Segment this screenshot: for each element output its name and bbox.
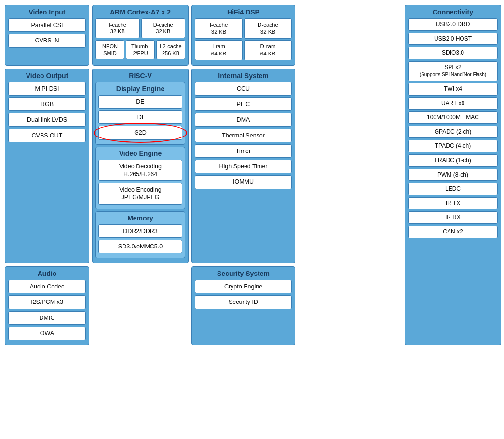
cvbs-out: CVBS OUT	[8, 129, 86, 142]
rgb: RGB	[8, 97, 86, 111]
de: DE	[98, 95, 182, 109]
g2d: G2D	[98, 126, 182, 139]
spi-x2: SPI x2(Supports SPI Nand/Nor Flash)	[408, 61, 498, 81]
thermal-sensor: Thermal Sensor	[195, 129, 292, 142]
video-output-block: Video Output MIPI DSI RGB Dual link LVDS…	[5, 69, 89, 263]
di: DI	[98, 110, 182, 124]
arm-cortex-block: ARM Cortex-A7 x 2 I-cache32 KB D-cache32…	[92, 5, 189, 66]
parallel-csi: Parallel CSI	[8, 18, 86, 32]
connectivity-title: Connectivity	[408, 8, 498, 16]
sd3-emmc5: SD3.0/eMMC5.0	[98, 240, 182, 253]
usb2-drd: USB2.0 DRD	[408, 18, 498, 31]
ddr2-ddr3: DDR2/DDR3	[98, 224, 182, 238]
dma: DMA	[195, 113, 292, 126]
audio-title: Audio	[8, 270, 86, 277]
arm-cortex-title: ARM Cortex-A7 x 2	[95, 8, 185, 16]
owa: OWA	[8, 327, 86, 340]
hifi-dram: D-ram64 KB	[244, 40, 292, 60]
thumb-fpu: Thumb-2/FPU	[126, 40, 155, 60]
neon-smid: NEONSMID	[95, 40, 124, 60]
iommu: IOMMU	[195, 175, 292, 189]
video-engine-title: Video Engine	[98, 150, 182, 157]
audio-block: Audio Audio Codec I2S/PCM x3 DMIC OWA	[5, 266, 89, 345]
display-engine-title: Display Engine	[98, 85, 182, 93]
internal-system-title: Internal System	[195, 72, 292, 80]
risc-v-block: RISC-V Display Engine DE DI G2D Video En…	[92, 69, 189, 263]
mipi-dsi: MIPI DSI	[8, 82, 86, 96]
timer: Timer	[195, 144, 292, 158]
ir-rx: IR RX	[408, 211, 498, 224]
gpadc: GPADC (2-ch)	[408, 126, 498, 138]
crypto-engine: Crypto Engine	[195, 280, 292, 293]
l2-cache: L2-cache256 KB	[156, 40, 185, 60]
internal-system-block: Internal System CCU PLIC DMA Thermal Sen…	[191, 69, 295, 263]
video-input-block: Video Input Parallel CSI CVBS IN	[5, 5, 89, 66]
video-encoding: Video EncodingJPEG/MJPEG	[98, 183, 182, 205]
hifi-dcache: D-cache32 KB	[244, 18, 292, 39]
security-id: Security ID	[195, 295, 292, 309]
g2d-wrapper: G2D	[98, 126, 182, 139]
hifi4-title: HiFi4 DSP	[195, 8, 292, 16]
ir-tx: IR TX	[408, 197, 498, 210]
connectivity-block: Connectivity USB2.0 DRD USB2.0 HOST SDIO…	[405, 5, 501, 345]
dual-link-lvds: Dual link LVDS	[8, 113, 86, 126]
audio-codec: Audio Codec	[8, 280, 86, 293]
security-system-block: Security System Crypto Engine Security I…	[191, 266, 295, 345]
high-speed-timer: High Speed Timer	[195, 160, 292, 173]
uart-x6: UART x6	[408, 97, 498, 110]
video-decoding: Video DecodingH.265/H.264	[98, 160, 182, 181]
ledc: LEDC	[408, 183, 498, 195]
security-system-title: Security System	[195, 270, 292, 277]
hifi-icache: I-cache32 KB	[195, 18, 243, 39]
video-input-title: Video Input	[8, 8, 86, 16]
twi-x4: TWI x4	[408, 83, 498, 96]
usb2-host: USB2.0 HOST	[408, 33, 498, 45]
video-output-title: Video Output	[8, 72, 86, 80]
ccu: CCU	[195, 82, 292, 96]
tpadc: TPADC (4-ch)	[408, 140, 498, 152]
lradc: LRADC (1-ch)	[408, 154, 498, 167]
hifi-iram: I-ram64 KB	[195, 40, 243, 60]
icache: I-cache32 KB	[95, 18, 140, 38]
hifi4-block: HiFi4 DSP I-cache32 KB D-cache32 KB I-ra…	[191, 5, 295, 66]
dmic: DMIC	[8, 311, 86, 325]
plic: PLIC	[195, 97, 292, 111]
risc-v-title: RISC-V	[95, 72, 185, 80]
main-diagram: Video Input Parallel CSI CVBS IN ARM Cor…	[5, 5, 499, 345]
pwm: PWM (8-ch)	[408, 169, 498, 181]
can-x2: CAN x2	[408, 226, 498, 238]
memory-title: Memory	[98, 214, 182, 222]
dcache: D-cache32 KB	[141, 18, 186, 38]
sdio3: SDIO3.0	[408, 47, 498, 59]
i2s-pcm: I2S/PCM x3	[8, 295, 86, 309]
cvbs-in: CVBS IN	[8, 34, 86, 47]
emac: 100M/1000M EMAC	[408, 111, 498, 124]
